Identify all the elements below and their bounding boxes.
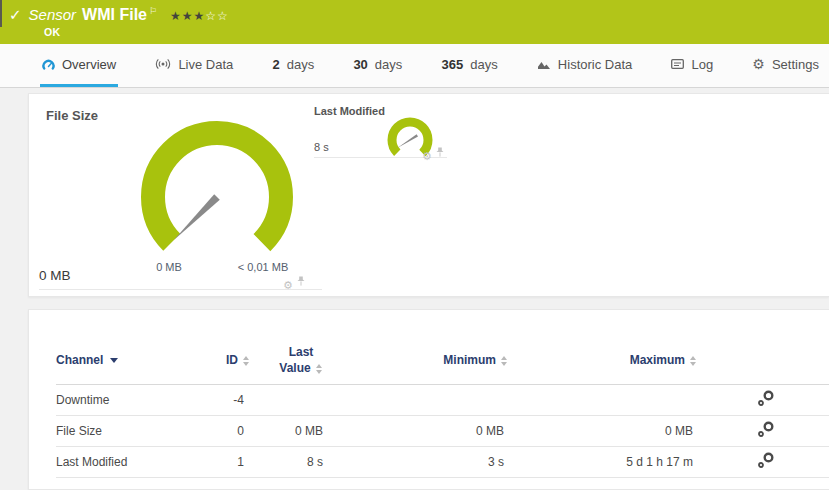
tab-number: 2 (272, 57, 279, 72)
channel-table-panel: Channel ID Last Value Minimum Maximum (28, 309, 829, 490)
file-size-scale-min: 0 MB (156, 261, 182, 273)
overview-gauges-panel: File Size 0 MB < 0,01 MB 0 MB ⚙ Last Mod… (28, 93, 829, 297)
gear-icon[interactable]: ⚙ (422, 151, 432, 162)
tab-log[interactable]: Log (669, 44, 715, 87)
channel-settings-icon[interactable] (757, 390, 775, 410)
channel-name[interactable]: Last Modified (56, 447, 206, 478)
tab-label: Settings (772, 57, 819, 72)
channel-maximum: 0 MB (512, 416, 701, 447)
tab-historic-data[interactable]: Historic Data (535, 44, 634, 87)
channel-maximum: 5 d 1 h 17 m (512, 447, 701, 478)
channel-minimum (331, 385, 512, 416)
last-modified-current-value: 8 s (314, 141, 329, 153)
channel-settings-icon[interactable] (757, 421, 775, 441)
gear-icon: ⚙ (752, 57, 765, 71)
tab-label: Log (691, 57, 713, 72)
file-size-gauge (132, 112, 302, 282)
priority-stars-filled: ★★★ (170, 9, 205, 23)
tab-30-days[interactable]: 30 days (351, 44, 404, 87)
last-modified-widget-tools: ⚙ (422, 144, 444, 162)
tab-label: Overview (62, 57, 116, 72)
tab-number: 30 (353, 57, 367, 72)
flag-icon[interactable]: ⚐ (149, 6, 157, 16)
table-row[interactable]: File Size 0 0 MB 0 MB 0 MB (56, 416, 829, 447)
gauge-needle (397, 134, 418, 148)
column-label: Last Value (279, 345, 313, 375)
pin-icon[interactable] (297, 273, 305, 291)
gauge-icon (42, 59, 55, 70)
tab-live-data[interactable]: Live Data (153, 44, 235, 87)
channel-settings-icon[interactable] (757, 452, 775, 472)
broadcast-icon (155, 58, 171, 70)
column-header-maximum[interactable]: Maximum (512, 336, 701, 385)
channel-last-value: 0 MB (254, 416, 331, 447)
sort-icon (316, 364, 323, 374)
column-label: ID (226, 353, 238, 367)
channel-last-value (254, 385, 331, 416)
sort-icon (501, 356, 508, 366)
channel-id: -4 (206, 385, 254, 416)
channel-name[interactable]: File Size (56, 416, 206, 447)
column-label: Maximum (630, 353, 685, 367)
widget-divider (39, 289, 322, 290)
tab-label: days (470, 57, 497, 72)
tab-settings[interactable]: ⚙ Settings (750, 44, 821, 87)
tab-label: Historic Data (558, 57, 632, 72)
area-chart-icon (537, 59, 551, 70)
channel-table: Channel ID Last Value Minimum Maximum (56, 336, 829, 478)
file-size-current-value: 0 MB (39, 268, 71, 283)
last-modified-gauge-title: Last Modified (314, 105, 385, 117)
tab-bar: Overview Live Data 2 days 30 days 365 da… (0, 44, 829, 88)
channel-last-value: 8 s (254, 447, 331, 478)
status-badge: OK (44, 26, 60, 38)
channel-minimum: 0 MB (331, 416, 512, 447)
tab-number: 365 (442, 57, 464, 72)
tab-365-days[interactable]: 365 days (440, 44, 500, 87)
column-header-minimum[interactable]: Minimum (331, 336, 512, 385)
window-edge (0, 0, 2, 27)
pin-icon[interactable] (436, 144, 444, 162)
tab-label: days (375, 57, 402, 72)
channel-maximum (512, 385, 701, 416)
sort-desc-icon (110, 358, 118, 363)
priority-stars[interactable]: ★★★☆☆ (170, 9, 229, 23)
table-header-row: Channel ID Last Value Minimum Maximum (56, 336, 829, 385)
file-size-scale-max: < 0,01 MB (238, 261, 288, 273)
tab-2-days[interactable]: 2 days (270, 44, 316, 87)
object-kind-label: Sensor (29, 6, 77, 23)
status-check-icon: ✓ (9, 6, 22, 24)
channel-id: 0 (206, 416, 254, 447)
column-label: Channel (56, 353, 103, 367)
log-icon (671, 59, 684, 69)
gauge-needle (174, 194, 220, 240)
column-header-actions (701, 336, 829, 385)
column-header-channel[interactable]: Channel (56, 336, 206, 385)
sort-icon (690, 356, 697, 366)
tab-overview[interactable]: Overview (40, 44, 118, 87)
column-label: Minimum (443, 353, 496, 367)
file-size-gauge-title: File Size (46, 108, 98, 123)
tab-label: Live Data (178, 57, 233, 72)
table-row[interactable]: Downtime -4 (56, 385, 829, 416)
column-header-id[interactable]: ID (206, 336, 254, 385)
channel-minimum: 3 s (331, 447, 512, 478)
sensor-title: WMI File (82, 6, 147, 24)
tab-label: days (287, 57, 314, 72)
file-size-widget-tools: ⚙ (283, 273, 305, 291)
channel-name[interactable]: Downtime (56, 385, 206, 416)
sensor-header: ✓ Sensor WMI File ⚐ ★★★☆☆ OK (0, 0, 829, 44)
priority-stars-empty: ☆☆ (205, 9, 229, 23)
gear-icon[interactable]: ⚙ (283, 280, 293, 291)
sort-icon (243, 356, 250, 366)
channel-id: 1 (206, 447, 254, 478)
table-row[interactable]: Last Modified 1 8 s 3 s 5 d 1 h 17 m (56, 447, 829, 478)
column-header-last-value[interactable]: Last Value (254, 336, 331, 385)
